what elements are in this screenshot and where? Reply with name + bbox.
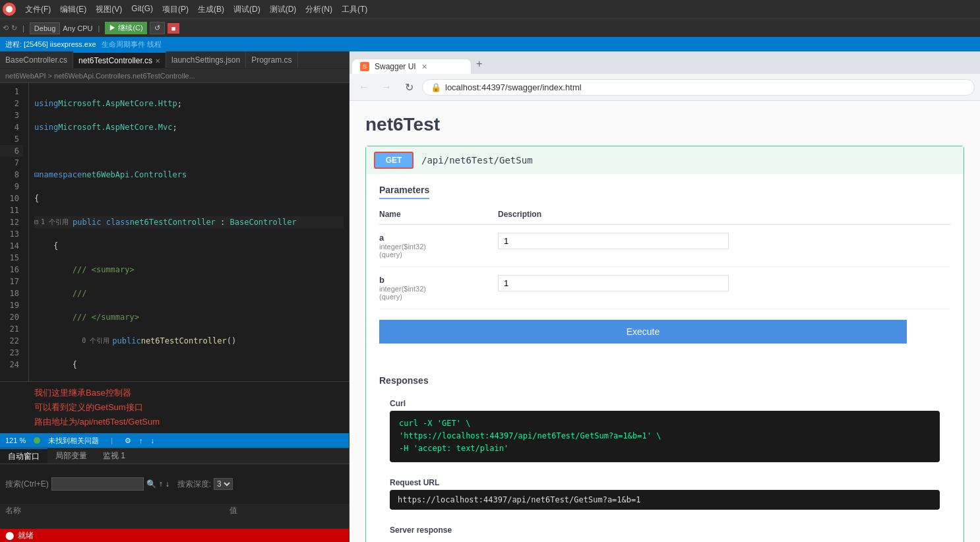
bottom-tab-watch-label: 监视 1 [103, 450, 125, 462]
param-b-type: integer($int32) [379, 285, 498, 293]
endpoint-header[interactable]: GET /api/net6Test/GetSum [366, 146, 964, 174]
down-icon[interactable]: ↓ [151, 437, 155, 444]
restart-button[interactable]: ↺ [150, 22, 165, 34]
bottom-tab-auto[interactable]: 自动窗口 [0, 448, 47, 464]
curl-box: curl -X 'GET' \ 'https://localhost:44397… [390, 411, 940, 462]
annotation-line-1: 我们这里继承Base控制器 [34, 386, 344, 400]
code-container: 1 2 3 4 5 6 7 8 9 10 11 12 13 14 15 16 1 [0, 83, 349, 381]
code-line-12: { [34, 359, 344, 371]
code-line-5: { [34, 193, 344, 204]
ln-4: 4 [0, 121, 23, 133]
up-icon[interactable]: ↑ [139, 437, 143, 444]
search-input[interactable] [51, 477, 144, 491]
swagger-content[interactable]: net6Test GET /api/net6Test/GetSum Parame… [350, 101, 980, 542]
search-depth-select[interactable]: 3 1 2 5 [214, 478, 233, 490]
params-table: Name Description a integer($int32) (quer… [379, 204, 950, 309]
ide-bottom-content: 搜索(Ctrl+E) 🔍 ↑ ↓ 搜索深度: 3 1 2 5 [0, 464, 349, 504]
ide-bottom-panels: 自动窗口 局部变量 监视 1 搜索(Ctrl+E) 🔍 ↑ ↓ 搜索深度: [0, 448, 349, 529]
status-indicator [34, 437, 40, 444]
ide-filepath: net6WebAPI > net6WebApi.Controllers.net6… [0, 69, 349, 83]
filter-icon[interactable]: ⚙ [125, 437, 131, 445]
menu-git[interactable]: Git(G) [127, 3, 157, 16]
menu-test[interactable]: 测试(D) [266, 3, 301, 16]
search-icon[interactable]: 🔍 [146, 479, 156, 489]
ln-14: 14 [0, 240, 23, 252]
code-line-7: { [34, 240, 344, 252]
swagger-favicon: S [360, 62, 369, 71]
server-response-label: Server response [390, 526, 940, 535]
tab-close-icon[interactable]: ✕ [155, 57, 160, 65]
run-button[interactable]: ▶ 继续(C) [105, 22, 146, 34]
search-down-icon[interactable]: ↓ [166, 479, 169, 489]
ln-20: 20 [0, 311, 23, 323]
back-button[interactable]: ← [355, 78, 373, 96]
code-line-9: /// [34, 287, 344, 299]
menu-analyze[interactable]: 分析(N) [301, 3, 336, 16]
ln-11: 11 [0, 204, 23, 216]
error-icon: ⬤ [5, 531, 14, 540]
search-depth-label: 搜索深度: [177, 479, 211, 490]
param-row-b: b integer($int32) (query) [379, 267, 950, 309]
menu-edit[interactable]: 编辑(E) [56, 3, 90, 16]
ide-error-bar: ⬤ 就绪 [0, 529, 349, 542]
bottom-table-header: 名称 值 类型 [0, 504, 349, 529]
code-area[interactable]: using Microsoft.AspNetCore.Http; using M… [29, 83, 349, 381]
debug-config-button[interactable]: Debug [30, 22, 60, 34]
menu-build[interactable]: 生成(B) [194, 3, 228, 16]
ln-16: 16 [0, 264, 23, 276]
tab-program[interactable]: Program.cs [246, 51, 297, 69]
new-tab-button[interactable]: + [471, 55, 487, 73]
param-b-input[interactable] [498, 275, 729, 291]
bottom-tab-locals[interactable]: 局部变量 [47, 448, 95, 464]
request-url-label: Request URL [390, 478, 940, 487]
menu-file[interactable]: 文件(F) [21, 3, 55, 16]
responses-section: Responses Curl curl -X 'GET' \ 'https://… [366, 365, 964, 542]
ide-tabs: BaseController.cs net6TestController.cs … [0, 51, 349, 69]
menu-project[interactable]: 项目(P) [158, 3, 193, 16]
search-up-icon[interactable]: ↑ [159, 479, 163, 489]
filepath-label: net6WebAPI > net6WebApi.Controllers.net6… [5, 72, 195, 80]
params-header: Name Description [379, 204, 950, 225]
execute-button[interactable]: Execute [379, 320, 907, 344]
bottom-tab-watch[interactable]: 监视 1 [95, 448, 133, 464]
search-label-static: 搜索(Ctrl+E) [5, 479, 49, 490]
code-line-10: /// </summary> [34, 311, 344, 323]
menu-debug[interactable]: 调试(D) [230, 3, 264, 16]
menu-tools[interactable]: 工具(T) [338, 3, 371, 16]
tab-net6testcontroller[interactable]: net6TestController.cs ✕ [73, 51, 166, 69]
forward-button[interactable]: → [377, 78, 396, 96]
param-a-input[interactable] [498, 233, 729, 249]
address-bar[interactable]: 🔒 localhost:44397/swagger/index.html [422, 79, 975, 96]
ln-1: 1 [0, 86, 23, 98]
ide-bottom-tabs: 自动窗口 局部变量 监视 1 [0, 448, 349, 464]
bottom-tab-locals-label: 局部变量 [55, 450, 87, 462]
browser-tab-swagger[interactable]: S Swagger UI ✕ [352, 59, 471, 74]
response-table-header: Code Details [390, 540, 940, 542]
params-header-name: Name [379, 210, 498, 219]
stop-button[interactable]: ■ [168, 23, 180, 34]
ln-17: 17 [0, 276, 23, 287]
menu-view[interactable]: 视图(V) [92, 3, 126, 16]
ide-menubar: 文件(F) 编辑(E) 视图(V) Git(G) 项目(P) 生成(B) 调试(… [0, 0, 980, 18]
param-b-name-col: b integer($int32) (query) [379, 275, 498, 301]
param-b-input-col [498, 275, 729, 291]
method-badge: GET [374, 152, 413, 169]
zoom-level: 121 % [5, 437, 26, 444]
ln-12: 12 [0, 216, 23, 228]
lock-icon: 🔒 [431, 82, 441, 92]
ide-editor[interactable]: 1 2 3 4 5 6 7 8 9 10 11 12 13 14 15 16 1 [0, 83, 349, 381]
param-b-location: (query) [379, 293, 498, 301]
ide-titlebar: 文件(F) 编辑(E) 视图(V) Git(G) 项目(P) 生成(B) 调试(… [0, 0, 980, 51]
swagger-endpoint[interactable]: GET /api/net6Test/GetSum Parameters Name… [365, 146, 964, 542]
browser-tab-close-icon[interactable]: ✕ [421, 63, 427, 71]
tab-basecontroller[interactable]: BaseController.cs [0, 51, 73, 69]
tab-program-label: Program.cs [251, 55, 291, 65]
curl-line-3: -H 'accept: text/plain' [399, 442, 931, 455]
main-area: BaseController.cs net6TestController.cs … [0, 51, 980, 542]
tab-launchsettings[interactable]: launchSettings.json [166, 51, 246, 69]
curl-label: Curl [390, 399, 940, 408]
tab-net6testcontroller-label: net6TestController.cs [78, 56, 152, 65]
browser-tab-label: Swagger UI [375, 62, 416, 71]
param-a-input-col [498, 233, 729, 249]
reload-button[interactable]: ↻ [400, 78, 418, 96]
